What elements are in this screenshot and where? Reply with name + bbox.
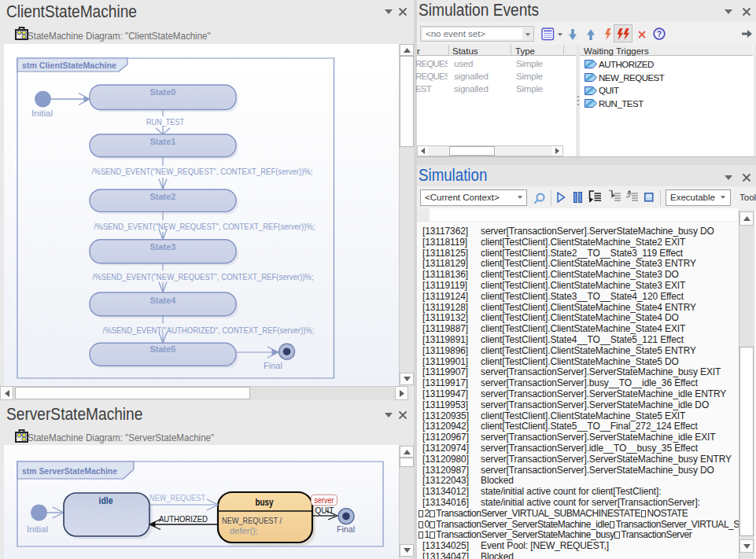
svg-text:defer();: defer(); <box>230 526 258 535</box>
svg-text:State0: State0 <box>150 87 176 97</box>
svg-text:NEW_REQUEST /: NEW_REQUEST / <box>222 516 282 525</box>
svg-text:idle: idle <box>99 495 113 506</box>
svg-text:Initial: Initial <box>27 524 48 534</box>
svg-text:/%SEND_EVENT("AUTHORIZED", CON: /%SEND_EVENT("AUTHORIZED", CONTEXT_REF(s… <box>103 325 315 335</box>
svg-text:stm ClientStateMachine: stm ClientStateMachine <box>22 61 116 70</box>
svg-text:AUTHORIZED: AUTHORIZED <box>159 514 208 524</box>
svg-text:server: server <box>315 495 334 505</box>
svg-text:stm ServerStateMachine: stm ServerStateMachine <box>22 466 117 476</box>
svg-text:/%SEND_EVENT("NEW_REQUEST", CO: /%SEND_EVENT("NEW_REQUEST", CONTEXT_REF(… <box>94 222 315 231</box>
svg-text:NEW_REQUEST: NEW_REQUEST <box>149 493 205 502</box>
svg-text:State5: State5 <box>150 344 177 354</box>
svg-text:/%SEND_EVENT("NEW_REQUEST", CO: /%SEND_EVENT("NEW_REQUEST", CONTEXT_REF(… <box>93 272 314 281</box>
svg-text:busy: busy <box>256 497 274 508</box>
svg-text:?: ? <box>657 29 662 39</box>
svg-text:Final: Final <box>337 524 355 534</box>
svg-text:State4: State4 <box>150 296 177 305</box>
svg-text:Initial: Initial <box>31 108 53 118</box>
svg-text:State2: State2 <box>150 192 176 201</box>
svg-text:State1: State1 <box>150 137 177 146</box>
svg-text:RUN_TEST: RUN_TEST <box>146 117 184 127</box>
svg-text:Final: Final <box>264 361 282 370</box>
svg-text:/%SEND_EVENT("NEW_REQUEST", CO: /%SEND_EVENT("NEW_REQUEST", CONTEXT_REF(… <box>92 167 313 176</box>
svg-text:State3: State3 <box>150 242 176 252</box>
